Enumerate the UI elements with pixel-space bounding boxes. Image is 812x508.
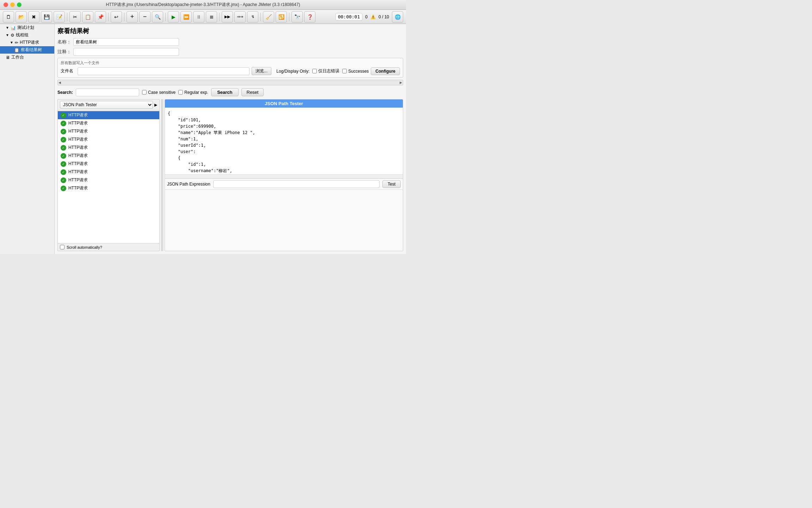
scroll-left-icon[interactable]: ◀ [59,81,61,84]
scroll-auto-checkbox[interactable] [60,245,64,249]
cut-button[interactable]: ✂ [69,11,81,23]
thread-group-icon: ⚙ [11,33,14,38]
remote-start-icon: ▶▶ [224,14,230,19]
list-item[interactable]: ✓HTTP请求 [58,144,159,152]
regular-exp-checkbox[interactable] [178,90,183,95]
sidebar-item-workbench[interactable]: 🖥 工作台 [0,54,54,61]
clear-icon: 🧹 [266,14,272,20]
filename-input[interactable] [78,67,250,75]
help-button[interactable]: ❓ [304,11,315,23]
window-title: HTTP请求.jmx (/Users/hina/Desktop/apache-j… [106,2,300,8]
configure-button[interactable]: Configure [371,67,400,75]
remove-button[interactable]: − [139,11,150,23]
minimize-button[interactable] [10,2,15,7]
test-plan-icon: 📊 [11,25,16,30]
search-tool-button[interactable]: 🔭 [291,11,303,23]
start-button[interactable]: ▶ [168,11,179,23]
list-item[interactable]: ✓HTTP请求 [58,111,159,119]
filename-label: 文件名 [61,68,75,74]
list-item[interactable]: ✓HTTP请求 [58,119,159,127]
check-icon: ✓ [61,121,66,126]
add-button[interactable]: + [127,11,138,23]
comment-input[interactable] [73,48,179,56]
sidebar-item-result-tree[interactable]: 📋 察看结果树 [0,46,54,54]
log-section: Log/Display Only: 仅日志错误 Successes [276,68,369,74]
paste-button[interactable]: 📌 [95,11,106,23]
list-item-label: HTTP请求 [68,128,88,134]
name-row: 名称： [57,38,403,46]
scroll-auto-label: Scroll automatically? [67,245,102,249]
stop-button[interactable]: ⏸ [193,11,204,23]
warning-icon: ⚠️ [370,14,376,19]
regular-exp-label[interactable]: Regular exp. [178,90,208,95]
list-item-label: HTTP请求 [68,169,88,175]
close-button[interactable] [4,2,8,7]
remote-icon-button[interactable]: 🌐 [392,11,403,23]
case-sensitive-label[interactable]: Case sensitive [142,90,176,95]
name-input[interactable] [73,38,179,46]
thread-group-label: 线程组 [16,32,29,38]
case-sensitive-checkbox[interactable] [142,90,147,95]
new-button[interactable]: 🗒 [3,11,14,23]
remote-stop-button[interactable]: ↯ [247,11,258,23]
result-tree-icon: 📋 [14,48,19,53]
json-path-row: JSON Path Expression Test [165,179,403,189]
clear-all-button[interactable]: 🔁 [276,11,287,23]
test-button[interactable]: Test [382,180,401,188]
list-item[interactable]: ✓HTTP请求 [58,127,159,135]
json-path-input[interactable] [213,180,380,188]
reset-button[interactable]: Reset [241,88,264,96]
resize-handle[interactable] [161,99,163,251]
list-item[interactable]: ✓HTTP请求 [58,176,159,184]
close-doc-button[interactable]: ✖ [28,11,39,23]
collapse-icon: ▼ [6,26,9,30]
browse-button[interactable]: 浏览... [252,67,271,75]
top-scrollbar[interactable]: ◀ ▶ [57,80,403,85]
maximize-button[interactable] [17,2,21,7]
list-item-label: HTTP请求 [68,153,88,159]
check-icon: ✓ [61,113,66,118]
json-horizontal-scrollbar[interactable] [165,174,403,179]
sidebar: ▼ 📊 测试计划 ▼ ⚙ 线程组 ▼ ✏ HTTP请求 📋 察看结果树 🖥 工作… [0,24,55,254]
clear-button[interactable]: 🧹 [263,11,274,23]
sidebar-item-test-plan[interactable]: ▼ 📊 测试计划 [0,24,54,31]
sidebar-item-thread-group[interactable]: ▼ ⚙ 线程组 [0,31,54,39]
file-row: 文件名 浏览... Log/Display Only: 仅日志错误 Succes… [61,67,400,75]
saveas-icon: 📝 [56,14,62,20]
save-button[interactable]: 💾 [41,11,52,23]
browse-tool-button[interactable]: 🔍 [152,11,163,23]
check-icon: ✓ [61,153,66,159]
successes-checkbox[interactable] [342,69,347,73]
start-icon: ▶ [172,14,176,20]
scroll-right-icon[interactable]: ▶ [400,81,402,84]
list-item[interactable]: ✓HTTP请求 [58,152,159,160]
open-button[interactable]: 📂 [16,11,27,23]
start-no-pauses-button[interactable]: ⏩ [180,11,192,23]
sidebar-item-http-request[interactable]: ▼ ✏ HTTP请求 [0,39,54,46]
list-item[interactable]: ✓HTTP请求 [58,168,159,176]
check-icon: ✓ [61,145,66,151]
saveas-button[interactable]: 📝 [54,11,65,23]
http-request-icon: ▼ [10,41,13,44]
remote-all-button[interactable]: ⇒⇒ [234,11,246,23]
json-header: JSON Path Tester [165,99,403,108]
list-item[interactable]: ✓HTTP请求 [58,160,159,168]
copy-button[interactable]: 📋 [82,11,93,23]
remote-start-button[interactable]: ▶▶ [222,11,233,23]
list-item[interactable]: ✓HTTP请求 [58,135,159,144]
view-dropdown[interactable]: JSON Path Tester [60,101,153,109]
help-icon: ❓ [307,14,313,20]
new-icon: 🗒 [6,14,11,20]
copy-icon: 📋 [85,14,91,20]
list-item[interactable]: ✓HTTP请求 [58,184,159,192]
shutdown-button[interactable]: ⏹ [206,11,217,23]
search-input[interactable] [76,89,139,96]
check-icon: ✓ [61,129,66,134]
errors-only-label[interactable]: 仅日志错误 [312,68,339,74]
errors-only-checkbox[interactable] [312,69,317,73]
successes-label[interactable]: Successes [342,69,369,74]
open-icon: 📂 [18,14,24,20]
search-button[interactable]: Search [211,88,238,96]
undo-button[interactable]: ↩ [111,11,122,23]
browse-tool-icon: 🔍 [155,14,161,20]
